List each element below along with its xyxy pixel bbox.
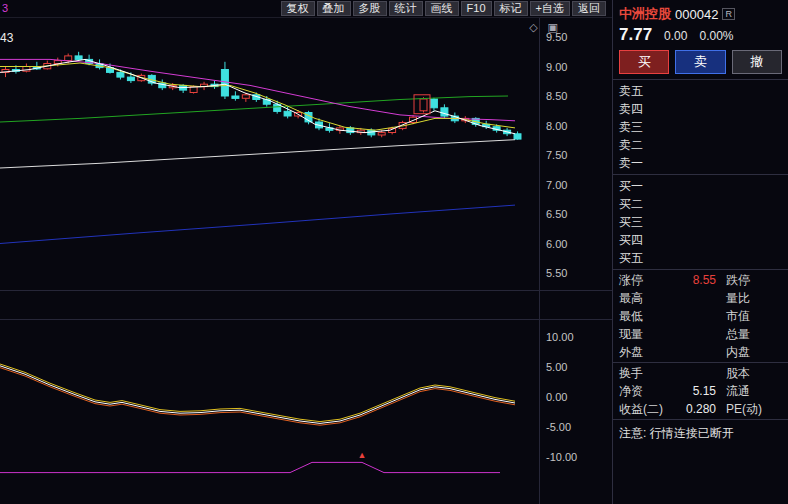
divider xyxy=(613,362,788,363)
sell-level-row[interactable]: 卖一 xyxy=(619,154,782,172)
sell-level-label: 卖五 xyxy=(619,83,655,100)
sub-axis-label: -5.00 xyxy=(546,421,571,433)
sub-indicator-layer xyxy=(0,364,515,473)
buy-level-label: 买一 xyxy=(619,178,655,195)
sell-level-label: 卖三 xyxy=(619,119,655,136)
ma-white-long-line xyxy=(0,140,515,168)
toolbar-button-8[interactable]: 返回 xyxy=(572,1,606,16)
buy-level-row[interactable]: 买五 xyxy=(619,249,782,267)
buy-button[interactable]: 买 xyxy=(619,50,669,74)
stat-label: 内盘 xyxy=(726,344,770,361)
sell-level-row[interactable]: 卖四 xyxy=(619,100,782,118)
toolbar-button-0[interactable]: 复权 xyxy=(281,1,315,16)
divider xyxy=(613,174,788,175)
sell-button[interactable]: 卖 xyxy=(675,50,725,74)
divider xyxy=(613,79,788,80)
stat-value: 8.55 xyxy=(665,273,726,287)
stats-block-2: 换手股本净资5.15流通收益(二)0.280PE(动) xyxy=(613,364,788,418)
stat-row: 换手股本 xyxy=(613,364,788,382)
sell-level-label: 卖一 xyxy=(619,155,655,172)
buy-level-label: 买五 xyxy=(619,250,655,267)
stat-label: 流通 xyxy=(726,383,770,400)
divider xyxy=(613,419,788,420)
signal-magenta-line xyxy=(0,462,500,472)
candle xyxy=(75,56,82,60)
divider xyxy=(613,269,788,270)
main-axis-label: 6.50 xyxy=(546,208,567,220)
stat-label: 股本 xyxy=(726,365,770,382)
toolbar-button-2[interactable]: 多股 xyxy=(353,1,387,16)
main-axis-label: 8.00 xyxy=(546,120,567,132)
ma-blue-long-line xyxy=(0,205,515,243)
candle xyxy=(65,56,72,61)
diamond-marker-icon[interactable]: ◇ xyxy=(529,21,537,34)
stat-row: 现量总量 xyxy=(613,325,788,343)
price-chart[interactable]: 9.509.008.508.007.507.006.506.005.5010.0… xyxy=(0,0,612,504)
stat-label: 最低 xyxy=(619,308,665,325)
stat-label: 量比 xyxy=(726,290,770,307)
stock-code: 000042 xyxy=(675,7,718,22)
main-axis-label: 8.50 xyxy=(546,90,567,102)
toolbar-button-7[interactable]: +自选 xyxy=(530,1,570,16)
cancel-order-button[interactable]: 撤 xyxy=(732,50,782,74)
chart-area: 9.509.008.508.007.507.006.506.005.5010.0… xyxy=(0,0,612,504)
sell-level-row[interactable]: 卖三 xyxy=(619,118,782,136)
main-axis-label: 7.50 xyxy=(546,149,567,161)
price-change: 0.00 xyxy=(664,29,687,43)
sell-level-label: 卖二 xyxy=(619,137,655,154)
trading-terminal: 9.509.008.508.007.507.006.506.005.5010.0… xyxy=(0,0,788,504)
buy-levels: 买一买二买三买四买五 xyxy=(613,176,788,268)
price-overlay-label: 43 xyxy=(0,31,13,45)
main-axis-label: 7.00 xyxy=(546,179,567,191)
stat-label: 收益(二) xyxy=(619,401,665,418)
buy-level-label: 买二 xyxy=(619,196,655,213)
sell-levels: 卖五卖四卖三卖二卖一 xyxy=(613,81,788,173)
margin-flag-badge: R xyxy=(722,8,735,20)
candle xyxy=(378,133,385,135)
stat-row: 最高量比 xyxy=(613,289,788,307)
stat-label: 市值 xyxy=(726,308,770,325)
sell-level-label: 卖四 xyxy=(619,101,655,118)
buy-level-row[interactable]: 买二 xyxy=(619,195,782,213)
connection-notice: 注意: 行情连接已断开 xyxy=(613,421,788,446)
candle xyxy=(242,95,249,99)
stat-row: 外盘内盘 xyxy=(613,343,788,361)
buy-level-row[interactable]: 买四 xyxy=(619,231,782,249)
candle xyxy=(127,77,134,81)
toolbar-button-6[interactable]: 标记 xyxy=(494,1,528,16)
toolbar-button-5[interactable]: F10 xyxy=(461,1,492,16)
candle xyxy=(430,99,437,108)
stat-label: 总量 xyxy=(726,326,770,343)
stat-row: 涨停8.55跌停 xyxy=(613,271,788,289)
buy-level-row[interactable]: 买一 xyxy=(619,177,782,195)
stat-value: 0.280 xyxy=(665,402,726,416)
panel-layout-icon[interactable]: ▣ xyxy=(548,21,558,34)
sell-level-row[interactable]: 卖二 xyxy=(619,136,782,154)
candle xyxy=(117,72,124,77)
main-axis-label: 9.00 xyxy=(546,61,567,73)
stat-row: 收益(二)0.280PE(动) xyxy=(613,400,788,418)
candle xyxy=(284,111,291,116)
chart-dividers xyxy=(0,18,612,504)
stat-label: 净资 xyxy=(619,383,665,400)
ma-overlay-label: 3 xyxy=(2,2,8,14)
stock-name: 中洲控股 xyxy=(619,5,671,23)
candle xyxy=(221,70,228,97)
toolbar-button-4[interactable]: 画线 xyxy=(425,1,459,16)
stat-label: 涨停 xyxy=(619,272,665,289)
sub-axis-label: 10.00 xyxy=(546,331,574,343)
stat-label: 外盘 xyxy=(619,344,665,361)
stat-label: 现量 xyxy=(619,326,665,343)
candle xyxy=(420,99,427,111)
buy-level-row[interactable]: 买三 xyxy=(619,213,782,231)
candle xyxy=(232,96,239,98)
sell-level-row[interactable]: 卖五 xyxy=(619,82,782,100)
chart-icon-row: ◇▣ xyxy=(529,21,558,34)
stat-row: 最低市值 xyxy=(613,307,788,325)
toolbar-button-1[interactable]: 叠加 xyxy=(317,1,351,16)
quote-header: 中洲控股 000042 R xyxy=(613,0,788,24)
ma-lines-layer xyxy=(0,59,515,243)
stat-row: 净资5.15流通 xyxy=(613,382,788,400)
toolbar-button-3[interactable]: 统计 xyxy=(389,1,423,16)
macd-orange-line xyxy=(0,368,515,426)
